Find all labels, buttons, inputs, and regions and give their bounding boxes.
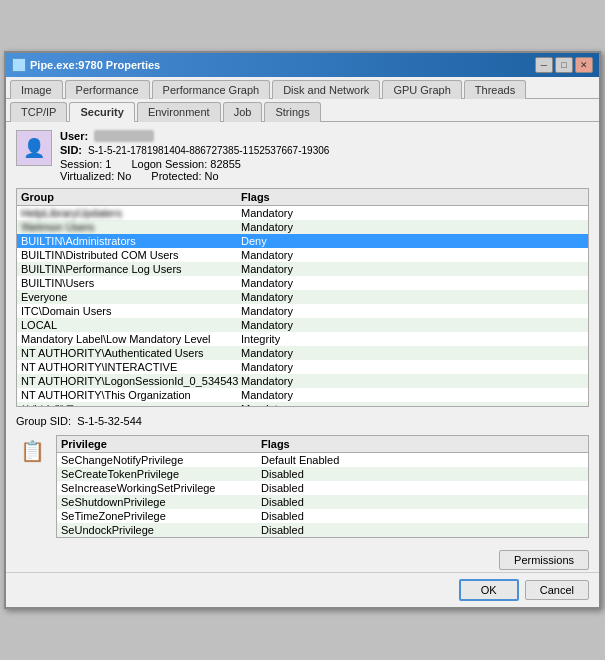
col-priv-header: Privilege — [61, 438, 261, 450]
tab-image[interactable]: Image — [10, 80, 63, 99]
table-row[interactable]: 控制台登录Mandatory — [17, 402, 588, 406]
table-row[interactable]: BUILTIN\AdministratorsDeny — [17, 234, 588, 248]
tabs-row2: TCP/IP Security Environment Job Strings — [6, 99, 599, 122]
priv-table-header: Privilege Flags — [57, 436, 588, 453]
main-window: Pipe.exe:9780 Properties ─ □ ✕ Image Per… — [4, 51, 601, 609]
user-row: User: — [60, 130, 589, 142]
col-group-header: Group — [21, 191, 241, 203]
protected: Protected: No — [151, 170, 218, 182]
user-section: 👤 User: SID: S-1-5-21-1781981404-8867273… — [16, 130, 589, 182]
table-row[interactable]: BUILTIN\Distributed COM UsersMandatory — [17, 248, 588, 262]
privileges-table: Privilege Flags SeChangeNotifyPrivilegeD… — [56, 435, 589, 538]
bottom-bar: OK Cancel — [6, 572, 599, 607]
tab-performance[interactable]: Performance — [65, 80, 150, 99]
user-icon: 👤 — [16, 130, 52, 166]
maximize-button[interactable]: □ — [555, 57, 573, 73]
cancel-button[interactable]: Cancel — [525, 580, 589, 600]
groups-table-body: HelpLibraryUpdatersMandatory\Netmon User… — [17, 206, 588, 406]
priv-row[interactable]: SeTimeZonePrivilegeDisabled — [57, 509, 588, 523]
session-row: Session: 1 Logon Session: 82855 — [60, 158, 589, 170]
table-row[interactable]: NT AUTHORITY\Authenticated UsersMandator… — [17, 346, 588, 360]
titlebar-icon — [12, 58, 26, 72]
session-label: Session: 1 — [60, 158, 111, 170]
tab-performance-graph[interactable]: Performance Graph — [152, 80, 271, 99]
priv-row[interactable]: SeCreateTokenPrivilegeDisabled — [57, 467, 588, 481]
table-row[interactable]: \Netmon UsersMandatory — [17, 220, 588, 234]
table-row[interactable]: EveryoneMandatory — [17, 290, 588, 304]
priv-row[interactable]: SeIncreaseWorkingSetPrivilegeDisabled — [57, 481, 588, 495]
table-row[interactable]: Mandatory Label\Low Mandatory LevelInteg… — [17, 332, 588, 346]
privileges-section: 📋 Privilege Flags SeChangeNotifyPrivileg… — [16, 435, 589, 538]
group-sid-row: Group SID: S-1-5-32-544 — [16, 415, 589, 427]
permissions-button[interactable]: Permissions — [499, 550, 589, 570]
tab-environment[interactable]: Environment — [137, 102, 221, 122]
col-pflag-header: Flags — [261, 438, 584, 450]
sid-label: SID: — [60, 144, 82, 156]
tab-strings[interactable]: Strings — [264, 102, 320, 122]
priv-row[interactable]: SeChangeNotifyPrivilegeDefault Enabled — [57, 453, 588, 467]
groups-table: Group Flags HelpLibraryUpdatersMandatory… — [16, 188, 589, 407]
priv-table-body: SeChangeNotifyPrivilegeDefault EnabledSe… — [57, 453, 588, 537]
ok-button[interactable]: OK — [459, 579, 519, 601]
security-content: 👤 User: SID: S-1-5-21-1781981404-8867273… — [6, 122, 599, 546]
sid-value: S-1-5-21-1781981404-886727385-1152537667… — [88, 145, 329, 156]
tab-disk-and-network[interactable]: Disk and Network — [272, 80, 380, 99]
table-row[interactable]: NT AUTHORITY\This OrganizationMandatory — [17, 388, 588, 402]
tab-threads[interactable]: Threads — [464, 80, 526, 99]
table-row[interactable]: BUILTIN\UsersMandatory — [17, 276, 588, 290]
tab-job[interactable]: Job — [223, 102, 263, 122]
priv-row[interactable]: SeUndockPrivilegeDisabled — [57, 523, 588, 537]
table-row[interactable]: HelpLibraryUpdatersMandatory — [17, 206, 588, 220]
table-row[interactable]: LOCALMandatory — [17, 318, 588, 332]
logon-session: Logon Session: 82855 — [131, 158, 241, 170]
permissions-bar: Permissions — [6, 546, 599, 572]
groups-table-header: Group Flags — [17, 189, 588, 206]
minimize-button[interactable]: ─ — [535, 57, 553, 73]
user-info: User: SID: S-1-5-21-1781981404-886727385… — [60, 130, 589, 182]
table-row[interactable]: BUILTIN\Performance Log UsersMandatory — [17, 262, 588, 276]
tab-gpu-graph[interactable]: GPU Graph — [382, 80, 461, 99]
virtualized: Virtualized: No — [60, 170, 131, 182]
titlebar-title: Pipe.exe:9780 Properties — [12, 58, 160, 72]
sid-row: SID: S-1-5-21-1781981404-886727385-11525… — [60, 144, 589, 156]
col-flags-header: Flags — [241, 191, 584, 203]
close-button[interactable]: ✕ — [575, 57, 593, 73]
titlebar-controls: ─ □ ✕ — [535, 57, 593, 73]
user-value-blurred — [94, 130, 154, 142]
table-row[interactable]: NT AUTHORITY\LogonSessionId_0_534543Mand… — [17, 374, 588, 388]
privileges-icon: 📋 — [16, 435, 48, 467]
table-row[interactable]: ITC\Domain UsersMandatory — [17, 304, 588, 318]
table-row[interactable]: NT AUTHORITY\INTERACTIVEMandatory — [17, 360, 588, 374]
tab-tcp-ip[interactable]: TCP/IP — [10, 102, 67, 122]
user-label: User: — [60, 130, 88, 142]
titlebar: Pipe.exe:9780 Properties ─ □ ✕ — [6, 53, 599, 77]
priv-row[interactable]: SeShutdownPrivilegeDisabled — [57, 495, 588, 509]
tabs-row1: Image Performance Performance Graph Disk… — [6, 77, 599, 99]
tab-security[interactable]: Security — [69, 102, 134, 122]
virt-row: Virtualized: No Protected: No — [60, 170, 589, 182]
